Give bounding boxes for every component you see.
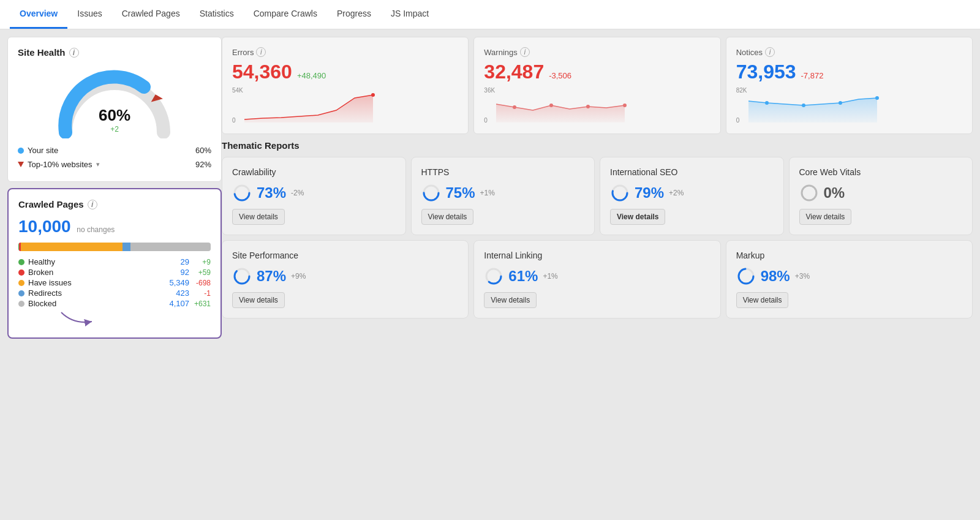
notices-delta: -7,872 bbox=[801, 71, 824, 80]
svg-point-6 bbox=[586, 105, 590, 108]
gauge-percent: 60% bbox=[99, 106, 130, 125]
report-intl-seo-score: 79% bbox=[635, 184, 664, 202]
notices-info-icon[interactable]: i bbox=[765, 47, 775, 57]
report-markup-name: Markup bbox=[736, 251, 962, 260]
cl-issues-val: 5,349 bbox=[169, 278, 189, 287]
warnings-label: Warnings i bbox=[484, 47, 710, 57]
crawled-pages-card: Crawled Pages i 10,000 no changes bbox=[7, 188, 222, 339]
pb-issues bbox=[21, 243, 123, 251]
notices-card: Notices i 73,953 -7,872 82K 0 bbox=[726, 37, 973, 134]
report-crawlability-name: Crawlability bbox=[232, 167, 396, 177]
cl-redirects-change: -1 bbox=[194, 289, 211, 298]
nav-statistics[interactable]: Statistics bbox=[190, 0, 244, 29]
nav-js-impact[interactable]: JS Impact bbox=[381, 0, 439, 29]
cl-redirects-label: Redirects bbox=[18, 288, 164, 298]
report-https: HTTPS 75% +1% View details bbox=[411, 157, 595, 235]
gauge-container: 60% +2 bbox=[18, 65, 211, 138]
site-health-info-icon[interactable]: i bbox=[69, 48, 79, 58]
cl-healthy-val: 29 bbox=[169, 257, 189, 266]
nav-compare-crawls[interactable]: Compare Crawls bbox=[244, 0, 327, 29]
report-site-performance-name: Site Performance bbox=[232, 251, 458, 260]
crawled-progress-bar bbox=[18, 243, 211, 251]
report-internal-linking: Internal Linking 61% +1% View details bbox=[473, 240, 720, 318]
report-site-performance-score-row: 87% +9% bbox=[232, 266, 458, 286]
report-cwv-name: Core Web Vitals bbox=[799, 167, 963, 177]
blocked-dot bbox=[18, 301, 24, 307]
site-performance-view-details-button[interactable]: View details bbox=[232, 292, 285, 308]
internal-linking-circle-icon bbox=[484, 266, 503, 286]
cl-issues-label: Have issues bbox=[18, 278, 164, 287]
report-site-performance-score: 87% bbox=[257, 268, 286, 285]
cl-healthy-label: Healthy bbox=[18, 257, 164, 266]
svg-point-11 bbox=[839, 101, 842, 105]
svg-marker-1 bbox=[244, 95, 373, 122]
markup-view-details-button[interactable]: View details bbox=[736, 292, 789, 308]
redirects-dot bbox=[18, 290, 24, 296]
cwv-circle-icon bbox=[799, 183, 819, 203]
report-https-name: HTTPS bbox=[421, 167, 585, 177]
errors-delta: +48,490 bbox=[297, 71, 326, 80]
pb-blocked bbox=[130, 243, 211, 251]
nav-crawled-pages[interactable]: Crawled Pages bbox=[112, 0, 190, 29]
right-panel: Errors i 54,360 +48,490 54K 0 bbox=[222, 37, 973, 513]
report-cwv-score-row: 0% bbox=[799, 183, 963, 203]
main-content: Site Health i 60% +2 bbox=[0, 29, 980, 520]
svg-point-5 bbox=[549, 104, 553, 107]
svg-point-12 bbox=[875, 96, 879, 100]
notices-value-row: 73,953 -7,872 bbox=[736, 61, 962, 83]
report-intl-seo-delta: +2% bbox=[669, 189, 684, 197]
gauge-center: 60% +2 bbox=[99, 106, 130, 134]
report-markup-score: 98% bbox=[761, 268, 790, 285]
nav-issues[interactable]: Issues bbox=[67, 0, 111, 29]
crawlability-circle-icon bbox=[232, 183, 252, 203]
nav-overview[interactable]: Overview bbox=[10, 0, 67, 29]
crawled-pages-title: Crawled Pages i bbox=[18, 199, 211, 209]
intl-seo-circle-icon bbox=[610, 183, 630, 203]
crawled-pages-info-icon[interactable]: i bbox=[88, 200, 97, 209]
crawlability-view-details-button[interactable]: View details bbox=[232, 209, 285, 225]
site-performance-circle-icon bbox=[232, 266, 252, 286]
report-markup: Markup 98% +3% View details bbox=[726, 240, 973, 318]
annotation-area bbox=[18, 309, 211, 328]
top10-dropdown-icon[interactable]: ▾ bbox=[96, 160, 100, 168]
report-markup-delta: +3% bbox=[795, 272, 810, 281]
pb-redirects bbox=[123, 243, 130, 251]
https-view-details-button[interactable]: View details bbox=[421, 209, 474, 225]
svg-point-10 bbox=[802, 104, 805, 107]
cl-healthy-change: +9 bbox=[194, 258, 211, 266]
errors-card: Errors i 54,360 +48,490 54K 0 bbox=[222, 37, 469, 134]
svg-point-4 bbox=[513, 105, 516, 109]
crawled-change: no changes bbox=[77, 225, 115, 234]
report-internal-linking-score-row: 61% +1% bbox=[484, 266, 710, 286]
top-navigation: Overview Issues Crawled Pages Statistics… bbox=[0, 0, 980, 29]
cl-blocked-label: Blocked bbox=[18, 299, 164, 308]
report-internal-linking-delta: +1% bbox=[543, 272, 557, 281]
notices-chart-svg bbox=[748, 92, 962, 122]
metrics-row: Errors i 54,360 +48,490 54K 0 bbox=[222, 37, 973, 134]
crawled-total-row: 10,000 no changes bbox=[18, 217, 211, 236]
your-site-legend: Your site 60% bbox=[18, 143, 211, 157]
your-site-dot bbox=[18, 148, 24, 154]
crawled-legend: Healthy 29 +9 Broken 92 +59 Have issues … bbox=[18, 257, 211, 308]
report-internal-linking-score: 61% bbox=[508, 268, 538, 285]
report-crawlability-score: 73% bbox=[257, 184, 286, 202]
nav-progress[interactable]: Progress bbox=[327, 0, 381, 29]
internal-linking-view-details-button[interactable]: View details bbox=[484, 292, 537, 308]
errors-chart: 54K 0 bbox=[232, 87, 458, 124]
svg-point-7 bbox=[623, 104, 627, 107]
intl-seo-view-details-button[interactable]: View details bbox=[610, 209, 665, 225]
warnings-info-icon[interactable]: i bbox=[520, 47, 530, 57]
report-site-performance-delta: +9% bbox=[291, 272, 306, 281]
report-internal-linking-name: Internal Linking bbox=[484, 251, 710, 260]
cwv-view-details-button[interactable]: View details bbox=[799, 209, 852, 225]
thematic-reports-title: Thematic Reports bbox=[222, 140, 973, 151]
cl-broken-val: 92 bbox=[169, 268, 189, 277]
report-site-performance: Site Performance 87% +9% View details bbox=[222, 240, 469, 318]
healthy-dot bbox=[18, 259, 24, 265]
gauge-change: +2 bbox=[99, 125, 130, 134]
warnings-card: Warnings i 32,487 -3,506 36K 0 bbox=[473, 37, 720, 134]
site-health-card: Site Health i 60% +2 bbox=[7, 37, 222, 182]
report-intl-seo-name: International SEO bbox=[610, 167, 774, 177]
errors-info-icon[interactable]: i bbox=[256, 47, 266, 57]
errors-value: 54,360 bbox=[232, 61, 292, 83]
